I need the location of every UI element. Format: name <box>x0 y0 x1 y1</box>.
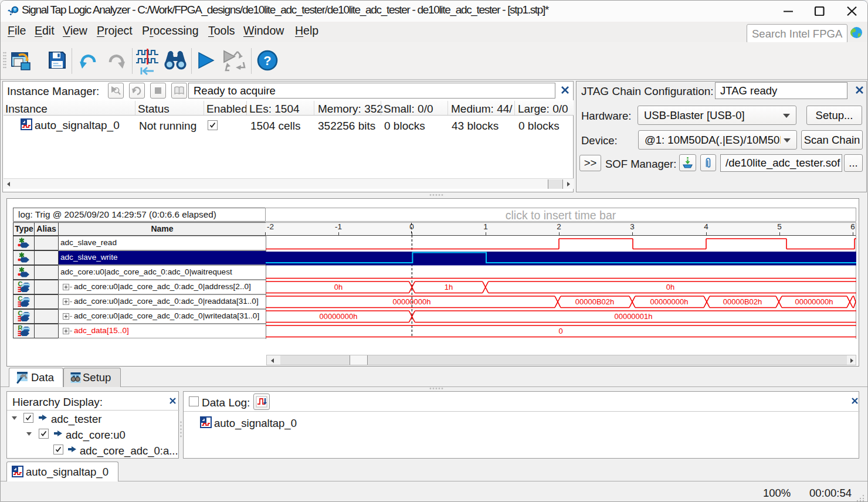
svg-text:00000000h: 00000000h <box>392 297 430 306</box>
svg-text:0h: 0h <box>334 283 343 291</box>
svg-text:?: ? <box>263 53 271 68</box>
svg-text:00000000h: 00000000h <box>795 297 833 306</box>
svg-text:00000001h: 00000001h <box>614 312 652 321</box>
svg-text:00000B02h: 00000B02h <box>723 297 762 306</box>
svg-text:0h: 0h <box>666 283 674 291</box>
svg-text:1h: 1h <box>445 283 453 291</box>
svg-text:00000000h: 00000000h <box>650 297 688 306</box>
svg-text:0: 0 <box>558 327 562 335</box>
svg-text:00000B02h: 00000B02h <box>575 297 615 306</box>
svg-text:00000000h: 00000000h <box>319 312 357 321</box>
